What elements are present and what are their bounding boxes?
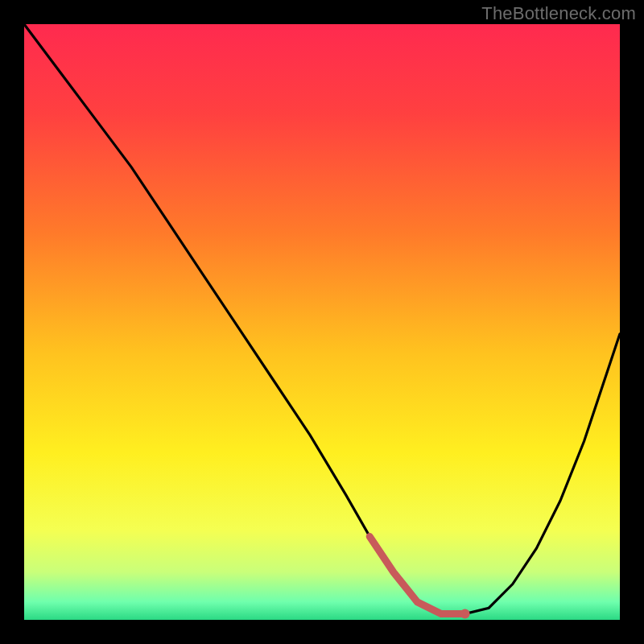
chart-frame: TheBottleneck.com	[0, 0, 644, 644]
plot-area	[24, 24, 620, 620]
watermark-text: TheBottleneck.com	[481, 3, 636, 24]
gradient-rect	[24, 24, 620, 620]
valley-end-dot	[460, 609, 470, 619]
plot-svg	[24, 24, 620, 620]
